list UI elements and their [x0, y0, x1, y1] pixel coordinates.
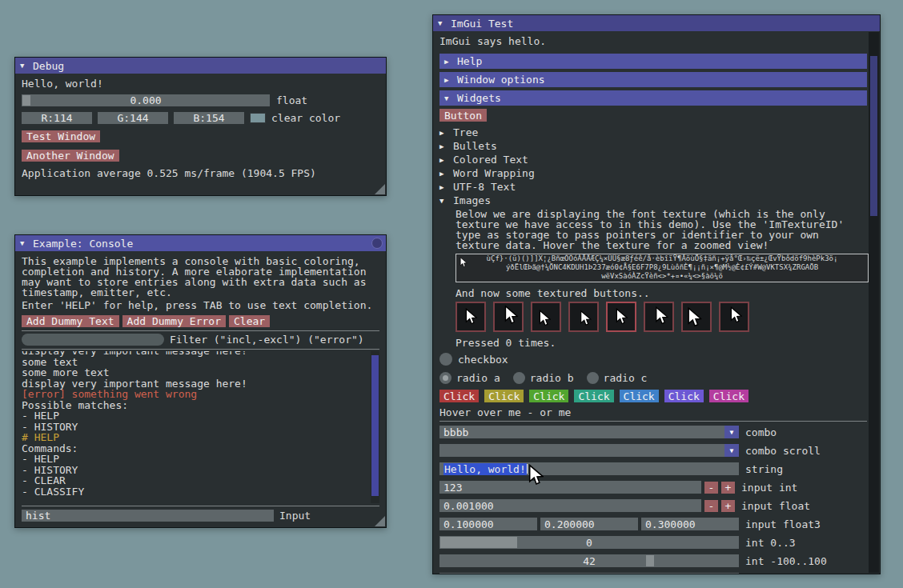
mouse-cursor-icon	[528, 464, 544, 486]
image-button[interactable]	[644, 302, 674, 332]
image-button[interactable]	[456, 302, 486, 332]
tree-node-tree[interactable]: ▶ Tree	[439, 126, 867, 139]
command-input[interactable]: hist	[22, 510, 274, 522]
radio-b[interactable]	[513, 372, 525, 384]
console-log[interactable]: display very important message here! som…	[22, 351, 379, 503]
tree-node-images[interactable]: ▼ Images	[439, 194, 867, 207]
resize-grip[interactable]	[375, 516, 385, 526]
font-texture-image[interactable]: ùÇf}·(ü)()]]X¦¿BñœÒÓóÀÄÅÆÇ¼×ÙÛ§æ8ƒéê/å·è…	[456, 254, 869, 282]
input-float-field[interactable]: 0.001000	[439, 499, 701, 512]
radio-c[interactable]	[587, 372, 599, 384]
slider-float[interactable]: 4.132	[439, 573, 739, 574]
input-int-field[interactable]: 123	[439, 481, 701, 494]
test-window-button[interactable]: Test Window	[22, 130, 100, 142]
scrollbar-thumb[interactable]	[371, 355, 379, 496]
tree-node-bullets[interactable]: ▶ Bullets	[439, 139, 867, 153]
tree-node-word-wrapping[interactable]: ▶ Word Wrapping	[439, 166, 867, 180]
image-button[interactable]	[531, 302, 561, 332]
scrollbar-thumb[interactable]	[870, 56, 877, 216]
plus-button[interactable]: +	[721, 482, 735, 494]
image-button[interactable]	[719, 302, 749, 332]
debug-titlebar[interactable]: ▼ Debug	[15, 58, 386, 74]
drag-blue[interactable]: B:154	[174, 112, 244, 124]
collapse-arrow-icon[interactable]: ▼	[20, 239, 28, 247]
pressed-count-text: Pressed 0 times.	[456, 338, 867, 348]
another-window-button[interactable]: Another Window	[22, 150, 119, 162]
images-text-line: texture data. Hover the texture for a zo…	[456, 240, 867, 250]
collapse-arrow-icon: ▶	[444, 58, 452, 66]
chevron-down-icon[interactable]: ▼	[724, 444, 739, 457]
click-button-2[interactable]: Click	[484, 390, 524, 402]
float-slider[interactable]: 0.000	[22, 94, 270, 106]
resize-grip[interactable]	[375, 184, 385, 194]
slider-int-0-3-value: 0	[586, 537, 592, 549]
click-button-3[interactable]: Click	[529, 390, 568, 402]
header-help[interactable]: ▶ Help	[439, 54, 867, 69]
separator	[22, 330, 379, 331]
tree-node-label: Colored Text	[453, 154, 528, 166]
click-button-5[interactable]: Click	[620, 390, 659, 402]
minus-button[interactable]: -	[704, 482, 718, 494]
input-float3-field-1[interactable]: 0.100000	[439, 518, 537, 530]
click-button-7[interactable]: Click	[709, 390, 748, 402]
input-float3-field-2[interactable]: 0.200000	[540, 518, 638, 530]
clear-button[interactable]: Clear	[229, 315, 270, 327]
radio-a[interactable]	[439, 372, 451, 384]
collapse-arrow-icon[interactable]: ▼	[20, 62, 28, 70]
cursor-arrow-icon	[465, 308, 477, 326]
image-button[interactable]	[568, 302, 599, 332]
radio-c-label: radio c	[604, 373, 648, 383]
plus-button[interactable]: +	[721, 500, 735, 512]
log-line: - HISTORY	[22, 422, 379, 433]
cursor-arrow-icon	[687, 307, 701, 328]
slider-int-0-3[interactable]: 0	[439, 536, 739, 549]
slider-int-100[interactable]: 42	[439, 554, 739, 567]
slider-grab[interactable]	[646, 555, 654, 566]
header-widgets[interactable]: ▼ Widgets	[439, 90, 867, 106]
checkbox[interactable]	[439, 353, 452, 366]
add-dummy-error-button[interactable]: Add Dummy Error	[122, 315, 226, 327]
image-button[interactable]	[681, 302, 712, 332]
click-button-1[interactable]: Click	[439, 390, 479, 402]
imgui-titlebar[interactable]: ▼ ImGui Test	[433, 15, 880, 31]
add-dummy-text-button[interactable]: Add Dummy Text	[22, 315, 119, 327]
minus-button[interactable]: -	[704, 500, 718, 512]
header-window-options[interactable]: ▶ Window options	[439, 72, 867, 87]
tree-node-colored-text[interactable]: ▶ Colored Text	[439, 153, 867, 166]
slider-grab[interactable]	[440, 537, 517, 548]
slider-int-100-value: 42	[583, 555, 596, 567]
input-int-label: input int	[741, 482, 797, 494]
button-button[interactable]: Button	[439, 109, 487, 122]
tree-node-utf8-text[interactable]: ▶ UTF-8 Text	[439, 180, 867, 194]
log-line: - CLASSIFY	[22, 486, 379, 498]
log-line: [error] something went wrong	[22, 389, 379, 400]
click-button-6[interactable]: Click	[664, 390, 704, 402]
console-titlebar[interactable]: ▼ Example: Console	[15, 235, 386, 251]
click-button-4[interactable]: Click	[574, 390, 613, 402]
scrollbar[interactable]	[371, 351, 379, 503]
filter-input[interactable]	[22, 334, 164, 346]
slider-grab[interactable]	[22, 95, 30, 106]
scrollbar[interactable]	[869, 32, 879, 573]
input-float3-field-3[interactable]: 0.300000	[641, 518, 739, 530]
hover-tooltip-text[interactable]: Hover over me - or me	[439, 407, 867, 418]
collapse-arrow-icon[interactable]: ▼	[438, 19, 446, 27]
collapse-arrow-icon: ▼	[444, 94, 452, 102]
log-line: - HELP	[22, 410, 379, 422]
cursor-arrow-icon	[580, 310, 591, 327]
image-button[interactable]	[606, 302, 636, 332]
color-swatch[interactable]	[250, 113, 266, 123]
texture-glyph-row: ùÇf}·(ü)()]]X¦¿BñœÒÓóÀÄÅÆÇ¼×ÙÛ§æ8ƒéê/å·è…	[456, 254, 868, 263]
image-button[interactable]	[493, 302, 524, 332]
slider-grab[interactable]	[580, 574, 588, 574]
cursor-arrow-icon	[539, 310, 551, 327]
collapse-arrow-icon: ▶	[439, 156, 447, 164]
combo-box[interactable]: bbbb ▼	[439, 426, 739, 438]
string-input[interactable]: Hello, world!	[439, 462, 739, 475]
drag-red[interactable]: R:114	[22, 112, 92, 124]
chevron-down-icon[interactable]: ▼	[724, 426, 739, 438]
drag-green[interactable]: G:144	[98, 112, 168, 124]
combo-scroll-box[interactable]: ▼	[439, 444, 739, 457]
close-icon[interactable]	[371, 238, 383, 249]
debug-window: ▼ Debug Hello, world! 0.000 float R:114 …	[14, 57, 387, 196]
